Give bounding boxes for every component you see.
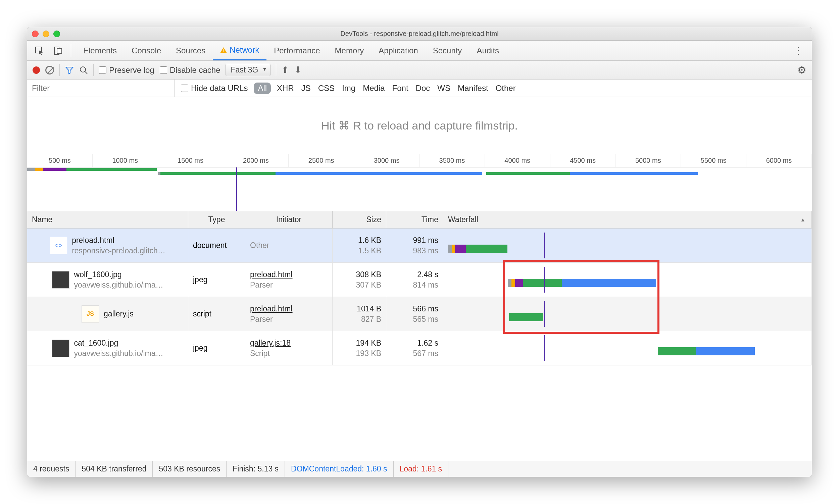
status-load: Load: 1.61 s <box>394 461 449 477</box>
waterfall-bar <box>448 233 807 258</box>
inspect-element-icon[interactable] <box>31 41 47 60</box>
window-titlebar: DevTools - responsive-preload.glitch.me/… <box>27 27 812 41</box>
tab-performance[interactable]: Performance <box>266 41 327 60</box>
col-header-initiator: Initiator <box>245 211 333 228</box>
table-header[interactable]: Name Type Initiator Size Time Waterfall▲ <box>27 211 812 229</box>
filter-icon[interactable] <box>65 66 74 74</box>
filter-bar: Hide data URLs All XHRJSCSSImgMediaFontD… <box>27 79 812 97</box>
table-body: < >preload.htmlresponsive-preload.glitch… <box>27 229 812 461</box>
img-file-icon <box>52 271 70 289</box>
filter-type-all[interactable]: All <box>254 83 271 94</box>
settings-icon[interactable]: ⚙ <box>797 64 806 76</box>
search-icon[interactable] <box>79 66 88 74</box>
filter-type-manifest[interactable]: Manifest <box>458 84 488 93</box>
device-toolbar-icon[interactable] <box>50 41 66 60</box>
tab-sources[interactable]: Sources <box>168 41 213 60</box>
svg-point-3 <box>80 67 86 72</box>
export-har-icon[interactable]: ⬇ <box>294 65 302 75</box>
img-file-icon <box>52 340 70 357</box>
tab-memory[interactable]: Memory <box>327 41 372 60</box>
tab-security[interactable]: Security <box>426 41 469 60</box>
window-title: DevTools - responsive-preload.glitch.me/… <box>27 30 812 38</box>
timeline-ruler[interactable]: 500 ms1000 ms1500 ms2000 ms2500 ms3000 m… <box>27 154 812 167</box>
filmstrip-placeholder: Hit ⌘ R to reload and capture filmstrip. <box>27 97 812 154</box>
svg-line-4 <box>85 71 87 74</box>
preserve-log-checkbox[interactable]: Preserve log <box>99 66 154 75</box>
tab-audits[interactable]: Audits <box>469 41 506 60</box>
hide-data-urls-checkbox[interactable]: Hide data URLs <box>181 84 248 93</box>
filter-type-img[interactable]: Img <box>342 84 355 93</box>
filter-type-xhr[interactable]: XHR <box>277 84 294 93</box>
js-file-icon: JS <box>82 305 99 323</box>
status-resources: 503 KB resources <box>153 461 227 477</box>
filter-type-other[interactable]: Other <box>496 84 516 93</box>
table-row[interactable]: cat_1600.jpgyoavweiss.github.io/ima…jpeg… <box>27 331 812 365</box>
table-row[interactable]: < >preload.htmlresponsive-preload.glitch… <box>27 229 812 263</box>
filter-type-ws[interactable]: WS <box>437 84 450 93</box>
warning-icon <box>220 47 227 53</box>
tab-elements[interactable]: Elements <box>76 41 124 60</box>
import-har-icon[interactable]: ⬆ <box>282 65 289 75</box>
disable-cache-checkbox[interactable]: Disable cache <box>160 66 220 75</box>
record-button[interactable] <box>33 67 40 74</box>
filter-type-doc[interactable]: Doc <box>416 84 430 93</box>
devtools-tabbar: ElementsConsoleSourcesNetworkPerformance… <box>27 41 812 61</box>
tab-console[interactable]: Console <box>124 41 168 60</box>
table-row[interactable]: JSgallery.jsscriptpreload.htmlParser1014… <box>27 297 812 331</box>
col-header-name: Name <box>27 211 188 228</box>
timeline-overview[interactable] <box>27 167 812 211</box>
filter-type-font[interactable]: Font <box>392 84 408 93</box>
svg-rect-2 <box>57 48 62 54</box>
clear-button[interactable] <box>45 66 54 74</box>
status-domcontentloaded: DOMContentLoaded: 1.60 s <box>285 461 393 477</box>
html-file-icon: < > <box>50 237 67 254</box>
filter-type-media[interactable]: Media <box>363 84 385 93</box>
network-table: Name Type Initiator Size Time Waterfall▲… <box>27 211 812 461</box>
col-header-waterfall: Waterfall▲ <box>443 211 812 228</box>
tab-network[interactable]: Network <box>213 41 266 60</box>
highlight-annotation <box>503 260 660 334</box>
status-finish: Finish: 5.13 s <box>227 461 285 477</box>
status-transferred: 504 KB transferred <box>75 461 153 477</box>
waterfall-bar <box>448 335 807 361</box>
col-header-time: Time <box>386 211 443 228</box>
more-options-icon[interactable]: ⋮ <box>789 45 808 56</box>
status-bar: 4 requests 504 KB transferred 503 KB res… <box>27 461 812 477</box>
network-toolbar: Preserve log Disable cache Fast 3G ⬆ ⬇ ⚙ <box>27 61 812 79</box>
table-row[interactable]: wolf_1600.jpgyoavweiss.github.io/ima…jpe… <box>27 263 812 297</box>
throttling-select[interactable]: Fast 3G <box>226 64 270 76</box>
status-requests: 4 requests <box>27 461 75 477</box>
tab-application[interactable]: Application <box>371 41 425 60</box>
col-header-size: Size <box>333 211 386 228</box>
filter-input[interactable] <box>27 79 175 97</box>
col-header-type: Type <box>188 211 245 228</box>
filter-type-css[interactable]: CSS <box>318 84 335 93</box>
filter-type-js[interactable]: JS <box>301 84 311 93</box>
